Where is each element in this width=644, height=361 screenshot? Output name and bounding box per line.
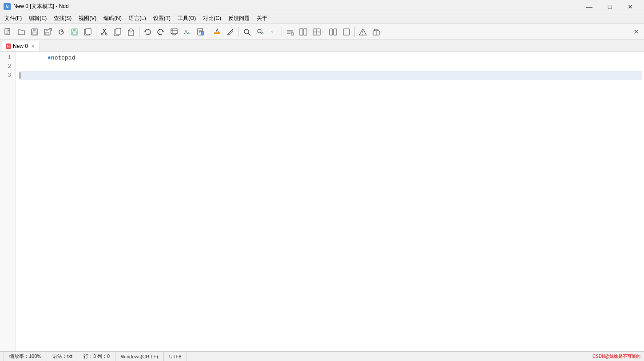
title-controls: — □ ✕ (579, 0, 640, 13)
status-encoding: Windows(CR LF) (115, 352, 164, 361)
toolbar-line-info[interactable] (284, 26, 296, 38)
status-lang: 语法：txt (47, 352, 78, 361)
svg-rect-4 (33, 29, 36, 31)
svg-text:A: A (187, 31, 190, 35)
editor-content[interactable]: ●notepad-- (16, 52, 644, 351)
menu-bar: 文件(F) 编辑(E) 查找(S) 视图(V) 编码(N) 语言(L) 设置(T… (0, 13, 644, 24)
menu-tools[interactable]: 工具(O) (174, 14, 199, 23)
toolbar-column-mode[interactable] (297, 26, 310, 38)
status-bar: 缩放率：100% 语法：txt 行：3 列：0 Windows(CR LF) U… (0, 351, 644, 361)
svg-line-35 (227, 34, 228, 36)
toolbar-sep-7 (354, 27, 355, 37)
toolbar-sep-5 (282, 27, 282, 37)
svg-rect-13 (72, 32, 77, 34)
toolbar-func-list[interactable]: ⚡ (267, 26, 280, 38)
toolbar-tool2[interactable] (370, 26, 382, 38)
title-text: N New 0 [文本模式] - Ndd (4, 3, 69, 10)
maximize-button[interactable]: □ (600, 0, 620, 13)
svg-rect-46 (300, 29, 303, 35)
toolbar-pen[interactable] (224, 26, 237, 38)
toolbar-find[interactable] (241, 26, 253, 38)
toolbar-save-as[interactable] (68, 26, 81, 38)
toolbar-save[interactable] (28, 26, 41, 38)
line-numbers: 1 2 3 (0, 52, 16, 351)
toolbar-sep-1 (96, 27, 96, 37)
svg-rect-15 (86, 28, 91, 34)
svg-rect-33 (201, 32, 204, 35)
toolbar-hex[interactable] (310, 26, 323, 38)
menu-search[interactable]: 查找(S) (50, 14, 75, 23)
status-position: 行：3 列：0 (78, 352, 115, 361)
toolbar-paste[interactable] (125, 26, 137, 38)
toolbar-sep-2 (139, 27, 139, 37)
toolbar-tool1[interactable] (357, 26, 369, 38)
tab-icon: N (6, 44, 11, 49)
minimize-button[interactable]: — (579, 0, 600, 13)
toolbar-replace[interactable] (254, 26, 266, 38)
toolbar-view1[interactable] (327, 26, 339, 38)
svg-rect-5 (32, 32, 37, 34)
editor-line-2 (20, 62, 642, 71)
line-num-3: 3 (3, 71, 13, 80)
toolbar: 文A ⚡ (0, 24, 644, 40)
toolbar-view2[interactable] (340, 26, 353, 38)
toolbar-new[interactable] (2, 26, 14, 38)
tab-close-button[interactable]: ✕ (30, 43, 36, 49)
tab-new0[interactable]: N New 0 ✕ (2, 41, 40, 51)
toolbar-close-all[interactable] (82, 26, 94, 38)
menu-settings[interactable]: 设置(T) (150, 14, 174, 23)
svg-line-38 (248, 33, 250, 36)
line1-content: ●notepad-- (20, 52, 82, 71)
status-watermark: CSDN@妹妹是不可能的 (592, 353, 640, 360)
svg-point-39 (258, 29, 261, 33)
menu-lang[interactable]: 语言(L) (125, 14, 150, 23)
menu-file[interactable]: 文件(F) (1, 14, 25, 23)
toolbar-save-all[interactable] (42, 26, 54, 38)
svg-point-19 (105, 33, 107, 35)
toolbar-sep-4 (239, 27, 239, 37)
svg-rect-12 (73, 29, 76, 31)
toolbar-sep-6 (325, 27, 325, 37)
menu-feedback[interactable]: 反馈问题 (225, 14, 253, 23)
editor-line-1: ●notepad-- (20, 53, 642, 62)
tabs-bar: N New 0 ✕ (0, 40, 644, 52)
toolbar-reload[interactable] (55, 26, 68, 38)
svg-line-36 (232, 29, 233, 30)
toolbar-undo[interactable] (141, 26, 154, 38)
svg-rect-0 (5, 28, 10, 35)
menu-encode[interactable]: 编码(N) (100, 14, 125, 23)
svg-rect-24 (171, 29, 177, 33)
svg-point-37 (244, 29, 249, 34)
status-zoom: 缩放率：100% (4, 352, 47, 361)
toolbar-translate[interactable]: 文A (181, 26, 194, 38)
editor-line-3[interactable] (20, 71, 642, 80)
svg-rect-8 (45, 32, 49, 34)
close-button[interactable]: ✕ (620, 0, 640, 13)
svg-rect-51 (330, 29, 333, 35)
menu-view[interactable]: 视图(V) (75, 14, 100, 23)
toolbar-copy[interactable] (111, 26, 124, 38)
svg-rect-52 (334, 29, 337, 35)
toolbar-sep-3 (209, 27, 209, 37)
editor-container: 1 2 3 ●notepad-- (0, 52, 644, 351)
svg-rect-45 (291, 33, 294, 35)
toolbar-highlight[interactable] (211, 26, 223, 38)
svg-rect-53 (343, 29, 350, 35)
status-charset: UTF8 (164, 352, 187, 361)
toolbar-doc[interactable] (195, 26, 207, 38)
line-num-1: 1 (3, 53, 13, 62)
toolbar-open[interactable] (15, 26, 28, 38)
tab-label: New 0 (13, 43, 28, 49)
menu-compare[interactable]: 对比(C) (199, 14, 225, 23)
svg-text:⚡: ⚡ (270, 28, 274, 35)
text-cursor (20, 72, 20, 79)
menu-edit[interactable]: 编辑(E) (25, 14, 50, 23)
toolbar-cut[interactable] (98, 26, 111, 38)
window-title: New 0 [文本模式] - Ndd (13, 3, 69, 10)
menu-about[interactable]: 关于 (253, 14, 271, 23)
toolbar-bookmark[interactable] (168, 26, 180, 38)
toolbar-redo[interactable] (155, 26, 167, 38)
toolbar-close-right[interactable]: ✕ (630, 26, 642, 38)
app-icon: N (4, 3, 11, 10)
svg-rect-7 (46, 29, 48, 31)
